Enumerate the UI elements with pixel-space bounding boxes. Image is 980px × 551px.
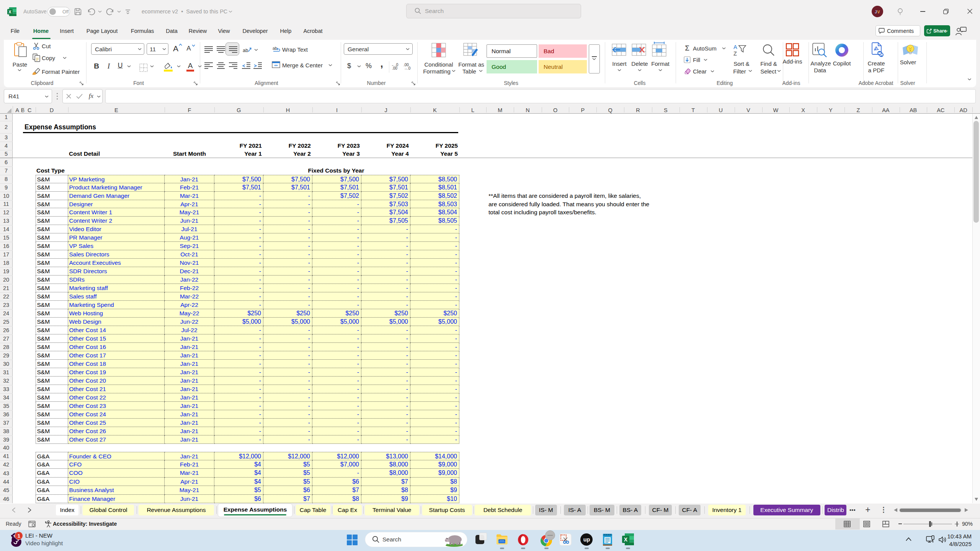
svg-text:.00: .00: [392, 66, 397, 70]
svg-text:X: X: [8, 10, 11, 14]
svg-text:Z: Z: [733, 51, 737, 57]
svg-text:A: A: [733, 44, 737, 50]
svg-text:ab: ab: [273, 46, 277, 51]
svg-text:X: X: [624, 536, 628, 543]
svg-text:→.0: →.0: [403, 66, 411, 70]
svg-text:ab: ab: [243, 47, 248, 53]
